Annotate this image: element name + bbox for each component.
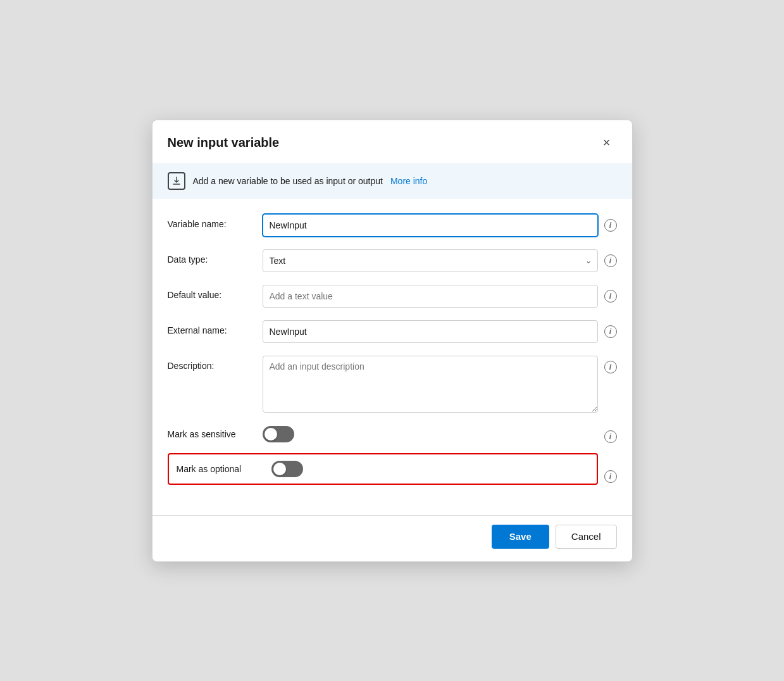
- mark-as-optional-toggle-wrap: [271, 461, 589, 477]
- info-banner: Add a new variable to be used as input o…: [152, 163, 632, 199]
- mark-as-optional-outer-row: Mark as optional i: [168, 453, 617, 495]
- banner-text: Add a new variable to be used as input o…: [193, 176, 383, 186]
- mark-as-optional-label: Mark as optional: [177, 464, 271, 474]
- cancel-button[interactable]: Cancel: [556, 525, 617, 549]
- download-icon: [168, 172, 185, 190]
- save-button[interactable]: Save: [492, 525, 549, 549]
- variable-name-row: Variable name: i: [168, 214, 617, 237]
- external-name-label: External name:: [168, 320, 263, 335]
- external-name-control: i: [263, 320, 617, 343]
- data-type-row: Data type: Text Number Boolean List Cust…: [168, 249, 617, 272]
- new-input-variable-dialog: New input variable × Add a new variable …: [152, 120, 633, 562]
- toggle-thumb-optional: [273, 463, 286, 475]
- variable-name-input[interactable]: [263, 214, 598, 237]
- mark-as-sensitive-row: Mark as sensitive i: [168, 425, 617, 443]
- more-info-link[interactable]: More info: [390, 176, 427, 186]
- mark-as-sensitive-label: Mark as sensitive: [168, 429, 263, 439]
- mark-as-sensitive-info-icon[interactable]: i: [604, 430, 617, 443]
- mark-as-optional-row: Mark as optional: [168, 453, 598, 485]
- external-name-row: External name: i: [168, 320, 617, 343]
- close-button[interactable]: ×: [597, 133, 617, 153]
- data-type-select-wrapper: Text Number Boolean List Custom object D…: [263, 249, 598, 272]
- default-value-row: Default value: i: [168, 285, 617, 308]
- variable-name-control: i: [263, 214, 617, 237]
- external-name-input[interactable]: [263, 320, 598, 343]
- data-type-select[interactable]: Text Number Boolean List Custom object D…: [263, 249, 598, 272]
- data-type-label: Data type:: [168, 249, 263, 265]
- description-label: Description:: [168, 356, 263, 371]
- description-control: i: [263, 356, 617, 413]
- data-type-info-icon[interactable]: i: [604, 254, 617, 267]
- description-input[interactable]: [263, 356, 598, 413]
- mark-as-sensitive-toggle-wrap: [263, 426, 604, 442]
- mark-as-optional-toggle[interactable]: [271, 461, 303, 477]
- variable-name-info-icon[interactable]: i: [604, 219, 617, 232]
- default-value-label: Default value:: [168, 285, 263, 300]
- toggle-thumb: [264, 428, 277, 440]
- dialog-header: New input variable ×: [152, 120, 632, 163]
- description-row: Description: i: [168, 356, 617, 413]
- mark-as-sensitive-toggle[interactable]: [263, 426, 294, 442]
- default-value-control: i: [263, 285, 617, 308]
- variable-name-label: Variable name:: [168, 214, 263, 229]
- data-type-control: Text Number Boolean List Custom object D…: [263, 249, 617, 272]
- form-body: Variable name: i Data type: Text Number …: [152, 199, 632, 515]
- default-value-input[interactable]: [263, 285, 598, 308]
- description-info-icon[interactable]: i: [604, 361, 617, 373]
- default-value-info-icon[interactable]: i: [604, 290, 617, 303]
- dialog-title: New input variable: [168, 135, 280, 150]
- dialog-footer: Save Cancel: [152, 515, 632, 561]
- mark-as-optional-info-icon[interactable]: i: [604, 470, 617, 483]
- external-name-info-icon[interactable]: i: [604, 325, 617, 338]
